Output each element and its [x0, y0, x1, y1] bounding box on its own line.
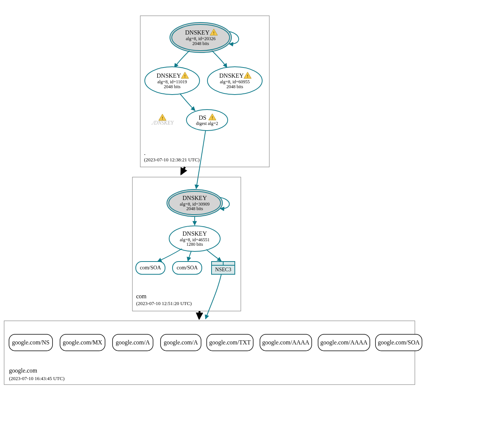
com-soa-2[interactable]: com/SOA [173, 262, 202, 274]
com-soa-1[interactable]: com/SOA [136, 262, 165, 274]
root-zsk-right-title: DNSKEY [219, 72, 244, 79]
edge-com-zsk-to-soa1 [158, 249, 182, 262]
google-record-a-1[interactable]: google.com/A [113, 334, 153, 351]
com-zsk-node[interactable]: DNSKEY alg=8, id=46551 1280 bits [169, 226, 220, 251]
edge-root-ksk-to-zsk-left [174, 51, 189, 68]
svg-text:google.com/AAAA: google.com/AAAA [262, 339, 309, 346]
google-record-aaaa-1[interactable]: google.com/AAAA [260, 334, 312, 351]
root-ds-digest: digest alg=2 [196, 121, 218, 126]
svg-text:com/SOA: com/SOA [177, 265, 198, 271]
edge-root-ksk-to-zsk-right [212, 51, 227, 68]
root-zsk-right-alg: alg=8, id=60955 [220, 79, 250, 84]
edge-nsec3-to-google [206, 274, 221, 319]
google-record-txt[interactable]: google.com/TXT [207, 334, 253, 351]
zone-root-label: . [144, 150, 146, 156]
edge-com-zsk-to-soa2 [188, 251, 191, 261]
svg-text:NSEC3: NSEC3 [215, 267, 231, 272]
zone-com: com (2023-07-10 12:51:20 UTC) DNSKEY alg… [132, 177, 241, 311]
svg-text:google.com/MX: google.com/MX [63, 339, 102, 346]
svg-text:google.com/SOA: google.com/SOA [378, 339, 420, 346]
edge-zone-com-to-google [199, 311, 200, 319]
root-zsk-left-alg: alg=8, id=11019 [157, 79, 187, 84]
svg-text:google.com/A: google.com/A [116, 339, 150, 346]
svg-text:DNSKEY: DNSKEY [219, 72, 244, 79]
google-record-a-2[interactable]: google.com/A [161, 334, 201, 351]
root-zsk-left-title: DNSKEY [157, 72, 181, 79]
com-zsk-bits: 1280 bits [186, 242, 203, 247]
svg-point-10 [186, 110, 228, 131]
edge-com-zsk-to-nsec3 [206, 250, 221, 261]
root-ds-title: DS [199, 114, 206, 121]
zone-root: . (2023-07-10 12:38:21 UTC) DNSKEY alg=8… [140, 16, 269, 167]
root-ksk-alg: alg=8, id=20326 [186, 36, 216, 41]
edge-zone-root-to-com [181, 167, 185, 174]
svg-text:DNSKEY: DNSKEY [157, 72, 181, 79]
svg-text:./DNSKEY: ./DNSKEY [151, 120, 174, 126]
zone-root-timestamp: (2023-07-10 12:38:21 UTC) [144, 157, 200, 162]
google-record-ns[interactable]: google.com/NS [9, 334, 53, 351]
zone-com-timestamp: (2023-07-10 12:51:20 UTC) [136, 301, 192, 306]
svg-text:google.com/AAAA: google.com/AAAA [320, 339, 368, 346]
zone-google: google.com (2023-07-10 16:43:45 UTC) goo… [4, 321, 422, 385]
root-zsk-left-bits: 2048 bits [164, 84, 181, 89]
root-ksk-node[interactable]: DNSKEY alg=8, id=20326 2048 bits [170, 23, 231, 53]
root-ghost-dnskey: ./DNSKEY [151, 114, 174, 126]
zone-com-label: com [136, 293, 147, 299]
com-ksk-title: DNSKEY [183, 195, 207, 201]
com-ksk-bits: 2048 bits [186, 206, 203, 211]
root-zsk-right-bits: 2048 bits [227, 84, 243, 89]
svg-text:DNSKEY: DNSKEY [185, 29, 210, 36]
com-zsk-title: DNSKEY [183, 230, 207, 237]
google-record-soa[interactable]: google.com/SOA [375, 334, 422, 351]
root-ksk-title: DNSKEY [185, 29, 210, 36]
svg-text:com/SOA: com/SOA [140, 265, 161, 271]
com-ksk-node[interactable]: DNSKEY alg=8, id=30909 2048 bits [167, 189, 222, 216]
zone-google-timestamp: (2023-07-10 16:43:45 UTC) [9, 376, 65, 381]
google-record-aaaa-2[interactable]: google.com/AAAA [318, 334, 370, 351]
svg-text:google.com/NS: google.com/NS [12, 339, 50, 346]
svg-rect-24 [4, 321, 415, 385]
root-zsk-left-node[interactable]: DNSKEY alg=8, id=11019 2048 bits [145, 67, 200, 95]
edge-root-zsk-to-ds [180, 94, 195, 111]
google-record-mx[interactable]: google.com/MX [60, 334, 105, 351]
svg-text:DS: DS [199, 114, 206, 121]
svg-text:google.com/TXT: google.com/TXT [209, 339, 251, 346]
root-ds-node[interactable]: DS digest alg=2 [186, 110, 228, 131]
root-ksk-bits: 2048 bits [192, 41, 209, 46]
root-zsk-right-node[interactable]: DNSKEY alg=8, id=60955 2048 bits [207, 67, 262, 95]
com-nsec3[interactable]: NSEC3 [212, 262, 235, 274]
zone-google-label: google.com [9, 367, 38, 374]
svg-text:google.com/A: google.com/A [164, 339, 198, 346]
warning-icon [159, 114, 166, 120]
